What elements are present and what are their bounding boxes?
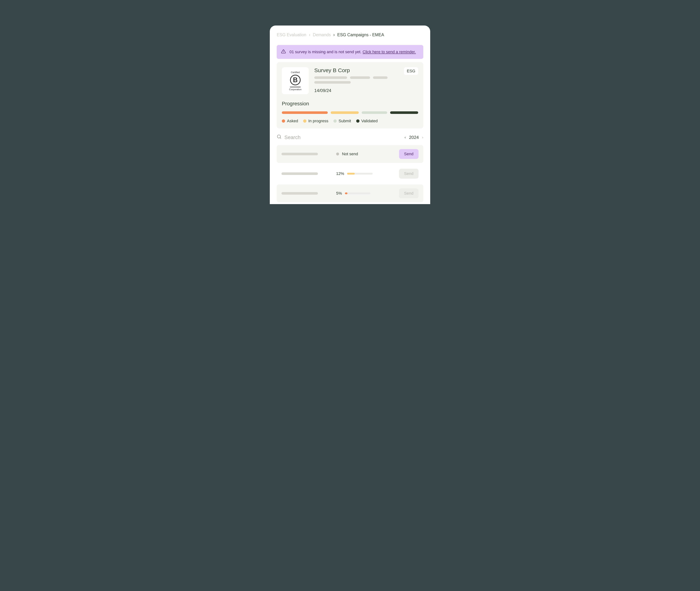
logo-top-text: Certified	[291, 71, 300, 74]
search-box[interactable]	[277, 134, 332, 140]
progression-legend: Asked In progress Submit Validated	[282, 119, 418, 123]
send-button: Send	[399, 169, 419, 179]
alert-reminder-link[interactable]: Click here to send a reminder.	[363, 50, 416, 54]
survey-row: 5% Send	[277, 184, 423, 202]
campaign-card: ESG Evaluation › Demands › ESG Campaigns…	[270, 25, 430, 204]
legend-inprogress: In progress	[303, 119, 328, 123]
chevron-right-icon: ›	[333, 32, 335, 38]
dot-icon	[303, 119, 306, 123]
survey-title: Survey B Corp	[314, 67, 350, 73]
progress-bar-asked	[282, 111, 328, 114]
summary-placeholder	[314, 76, 418, 84]
legend-submit: Submit	[333, 119, 351, 123]
legend-validated: Validated	[356, 119, 378, 123]
row-name-placeholder	[281, 153, 318, 155]
breadcrumb-item[interactable]: ESG Evaluation	[277, 32, 306, 38]
send-button[interactable]: Send	[399, 149, 419, 159]
survey-row: Not send Send	[277, 145, 423, 163]
alert-text: 01 survey is missing and is not send yet…	[290, 50, 416, 54]
warning-icon	[281, 49, 286, 55]
logo-letter: B	[290, 75, 301, 85]
legend-asked: Asked	[282, 119, 298, 123]
org-logo: Certified B Corporation	[282, 67, 309, 94]
chevron-right-icon: ›	[309, 32, 310, 38]
progression-bars	[282, 111, 418, 114]
progression-title: Progression	[282, 101, 418, 107]
breadcrumb-current: ESG Campaigns - EMEA	[337, 32, 384, 38]
summary-panel: Certified B Corporation Survey B Corp ES…	[277, 62, 423, 128]
dot-icon	[333, 119, 337, 123]
progress-bar-validated	[390, 111, 418, 114]
svg-line-3	[280, 138, 281, 138]
row-name-placeholder	[281, 192, 318, 195]
year-value: 2024	[409, 135, 419, 140]
search-icon	[277, 134, 281, 140]
dot-icon	[356, 119, 360, 123]
dot-icon	[282, 119, 285, 123]
logo-bottom-text: Corporation	[289, 88, 302, 91]
year-prev-button[interactable]: ‹	[404, 135, 406, 139]
send-button: Send	[399, 188, 419, 198]
status-label: Not send	[342, 152, 358, 156]
logo-underline	[290, 87, 301, 87]
breadcrumb-item[interactable]: Demands	[313, 32, 331, 38]
year-stepper: ‹ 2024 ›	[404, 135, 423, 140]
row-status: 5%	[336, 191, 399, 196]
survey-date: 14/09/24	[314, 88, 418, 93]
row-status: Not send	[336, 152, 399, 156]
status-label: 5%	[336, 191, 342, 196]
row-progress-bar	[347, 173, 373, 175]
breadcrumb: ESG Evaluation › Demands › ESG Campaigns…	[277, 32, 423, 38]
alert-banner: 01 survey is missing and is not send yet…	[277, 45, 423, 59]
esg-badge: ESG	[404, 67, 418, 75]
search-input[interactable]	[284, 134, 332, 140]
progress-bar-inprogress	[331, 111, 359, 114]
row-status: 12%	[336, 171, 399, 176]
progress-bar-submit	[362, 111, 387, 114]
status-label: 12%	[336, 171, 344, 176]
row-name-placeholder	[281, 173, 318, 175]
row-progress-bar	[345, 192, 370, 194]
status-dot-icon	[336, 152, 339, 155]
survey-row: 12% Send	[277, 165, 423, 183]
toolbar: ‹ 2024 ›	[277, 134, 423, 140]
year-next-button[interactable]: ›	[422, 135, 423, 139]
